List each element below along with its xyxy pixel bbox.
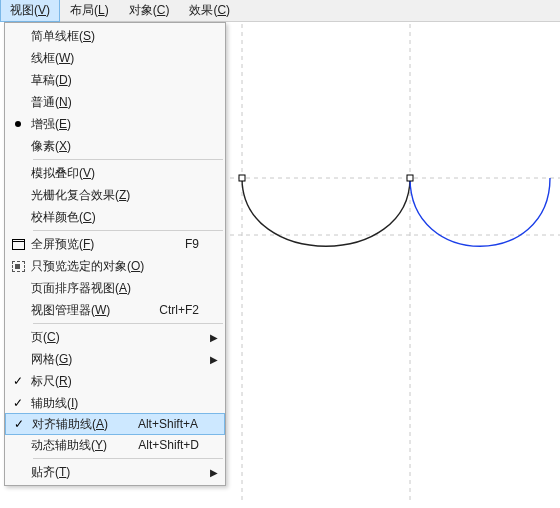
menu-item-label: 简单线框(S)	[31, 28, 199, 45]
menu-item-9[interactable]: 校样颜色(C)	[5, 206, 225, 228]
view-dropdown: 简单线框(S)线框(W)草稿(D)普通(N)增强(E)像素(X)模拟叠印(V)光…	[4, 22, 226, 486]
menu-item-label: 线框(W)	[31, 50, 199, 67]
check-icon	[13, 374, 23, 388]
menu-item-label: 辅助线(I)	[31, 395, 199, 412]
menubar-item-0[interactable]: 视图(V)	[0, 0, 60, 22]
check-icon	[13, 396, 23, 410]
menu-item-shortcut: Ctrl+F2	[159, 303, 207, 317]
menu-item-shortcut: Alt+Shift+A	[138, 417, 206, 431]
menu-item-label: 对齐辅助线(A)	[32, 416, 138, 433]
fullscreen-icon-cell	[5, 239, 31, 250]
check-icon-cell	[6, 417, 32, 431]
check-icon-cell	[5, 396, 31, 410]
check-icon	[14, 417, 24, 431]
menu-item-label: 增强(E)	[31, 116, 199, 133]
menu-item-label: 网格(G)	[31, 351, 199, 368]
menu-item-23[interactable]: 贴齐(T)▶	[5, 461, 225, 483]
menu-item-12[interactable]: 只预览选定的对象(O)	[5, 255, 225, 277]
menubar: 视图(V)布局(L)对象(C)效果(C)	[0, 0, 560, 22]
menu-item-17[interactable]: 网格(G)▶	[5, 348, 225, 370]
check-icon-cell	[5, 374, 31, 388]
menu-item-7[interactable]: 模拟叠印(V)	[5, 162, 225, 184]
menu-item-shortcut: F9	[185, 237, 207, 251]
menu-item-14[interactable]: 视图管理器(W)Ctrl+F2	[5, 299, 225, 321]
curve-1[interactable]	[242, 178, 410, 246]
menu-separator	[33, 159, 223, 160]
menu-separator	[33, 230, 223, 231]
bullet-icon-cell	[5, 121, 31, 127]
bullet-icon	[15, 121, 21, 127]
menu-item-16[interactable]: 页(C)▶	[5, 326, 225, 348]
menu-item-label: 光栅化复合效果(Z)	[31, 187, 199, 204]
menu-item-21[interactable]: 动态辅助线(Y)Alt+Shift+D	[5, 434, 225, 456]
drawing-canvas[interactable]	[230, 24, 560, 508]
menubar-item-3[interactable]: 效果(C)	[179, 0, 240, 22]
menu-item-label: 页面排序器视图(A)	[31, 280, 199, 297]
menu-item-label: 校样颜色(C)	[31, 209, 199, 226]
menu-item-18[interactable]: 标尺(R)	[5, 370, 225, 392]
menubar-item-1[interactable]: 布局(L)	[60, 0, 119, 22]
menu-item-2[interactable]: 草稿(D)	[5, 69, 225, 91]
menu-item-3[interactable]: 普通(N)	[5, 91, 225, 113]
menu-item-label: 草稿(D)	[31, 72, 199, 89]
menu-item-0[interactable]: 简单线框(S)	[5, 25, 225, 47]
menu-item-label: 页(C)	[31, 329, 199, 346]
canvas-svg	[230, 24, 560, 504]
menu-item-11[interactable]: 全屏预览(F)F9	[5, 233, 225, 255]
menu-item-13[interactable]: 页面排序器视图(A)	[5, 277, 225, 299]
curve-2[interactable]	[410, 178, 550, 246]
menu-item-label: 标尺(R)	[31, 373, 199, 390]
menu-item-8[interactable]: 光栅化复合效果(Z)	[5, 184, 225, 206]
selonly-icon-cell	[5, 261, 31, 272]
menu-item-shortcut: Alt+Shift+D	[138, 438, 207, 452]
menu-item-label: 全屏预览(F)	[31, 236, 185, 253]
menu-separator	[33, 323, 223, 324]
menu-item-19[interactable]: 辅助线(I)	[5, 392, 225, 414]
menu-item-label: 只预览选定的对象(O)	[31, 258, 199, 275]
submenu-arrow-icon: ▶	[207, 467, 221, 478]
menu-item-label: 贴齐(T)	[31, 464, 199, 481]
menu-item-label: 动态辅助线(Y)	[31, 437, 138, 454]
menu-separator	[33, 458, 223, 459]
menu-item-5[interactable]: 像素(X)	[5, 135, 225, 157]
node-handle-1[interactable]	[239, 175, 245, 181]
menu-item-label: 视图管理器(W)	[31, 302, 159, 319]
menu-item-4[interactable]: 增强(E)	[5, 113, 225, 135]
menu-item-20[interactable]: 对齐辅助线(A)Alt+Shift+A	[5, 413, 225, 435]
selection-only-icon	[12, 261, 25, 272]
menu-item-label: 模拟叠印(V)	[31, 165, 199, 182]
node-handle-2[interactable]	[407, 175, 413, 181]
submenu-arrow-icon: ▶	[207, 354, 221, 365]
menu-item-1[interactable]: 线框(W)	[5, 47, 225, 69]
menu-item-label: 像素(X)	[31, 138, 199, 155]
menubar-item-2[interactable]: 对象(C)	[119, 0, 180, 22]
submenu-arrow-icon: ▶	[207, 332, 221, 343]
menu-item-label: 普通(N)	[31, 94, 199, 111]
fullscreen-icon	[12, 239, 25, 250]
